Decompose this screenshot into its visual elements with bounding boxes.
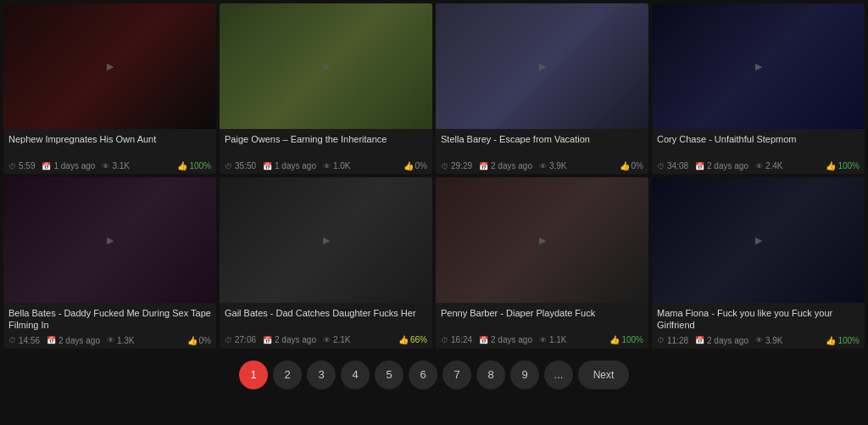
video-card[interactable]: ▶ Bella Bates - Daddy Fucked Me During S… [3,177,216,349]
video-card[interactable]: ▶ Mama Fiona - Fuck you like you Fuck yo… [652,177,865,349]
like-value: 0% [632,161,643,171]
calendar-icon: 📅 [479,162,488,171]
like-value: 100% [837,161,860,171]
video-views: 3.9K [549,161,567,171]
thumb-placeholder: ▶ [220,3,432,129]
page-btn-5[interactable]: 5 [375,361,403,389]
duration-item: ⏱ 34:08 [657,161,688,171]
card-meta: ⏱ 14:56 📅 2 days ago 👁 1.3K 👍 0% [8,336,211,345]
video-title: Penny Barber - Diaper Playdate Fuck [441,307,643,331]
video-views: 3.1K [112,161,130,171]
calendar-icon: 📅 [479,336,488,344]
date-item: 📅 1 days ago [42,161,95,171]
clock-icon: ⏱ [225,162,232,171]
card-meta: ⏱ 16:24 📅 2 days ago 👁 1.1K 👍 100% [441,335,643,344]
video-title: Gail Bates - Dad Catches Daughter Fucks … [225,307,427,331]
video-date: 2 days ago [491,161,532,171]
video-thumbnail: ▶ [3,3,216,129]
video-date: 1 days ago [53,161,95,171]
eye-icon: 👁 [102,162,109,171]
video-card[interactable]: ▶ Gail Bates - Dad Catches Daughter Fuck… [220,177,432,349]
like-value: 100% [837,336,860,345]
like-value: 0% [415,161,427,171]
clock-icon: ⏱ [8,336,16,344]
calendar-icon: 📅 [42,162,51,171]
calendar-icon: 📅 [695,336,704,344]
calendar-icon: 📅 [263,336,272,344]
video-grid: ▶ Nephew Impregnates His Own Aunt ⏱ 5:59… [0,0,868,352]
date-item: 📅 2 days ago [695,161,748,171]
card-meta: ⏱ 29:29 📅 2 days ago 👁 3.9K 👍 0% [441,161,643,171]
page-btn-...[interactable]: ... [544,361,573,389]
video-card[interactable]: ▶ Cory Chase - Unfaithful Stepmom ⏱ 34:0… [652,3,865,174]
thumb-placeholder: ▶ [3,3,216,129]
video-title: Stella Barey - Escape from Vacation [441,133,643,157]
views-item: 👁 2.1K [323,335,351,344]
card-info: Gail Bates - Dad Catches Daughter Fucks … [220,303,432,348]
video-title: Nephew Impregnates His Own Aunt [8,133,211,157]
like-percentage: 👍 100% [826,336,860,345]
thumbup-icon: 👍 [187,336,198,345]
views-item: 👁 1.3K [107,336,135,345]
thumbup-icon: 👍 [177,161,187,171]
video-card[interactable]: ▶ Stella Barey - Escape from Vacation ⏱ … [436,3,648,174]
date-item: 📅 2 days ago [695,336,748,345]
like-value: 100% [621,335,643,344]
like-value: 0% [199,336,211,345]
date-item: 📅 2 days ago [479,335,532,344]
page-btn-1[interactable]: 1 [239,361,268,389]
video-date: 1 days ago [275,161,316,171]
video-views: 2.4K [765,161,783,171]
video-thumbnail: ▶ [652,177,865,303]
card-info: Stella Barey - Escape from Vacation ⏱ 29… [436,129,648,174]
like-percentage: 👍 100% [609,335,643,344]
page-btn-2[interactable]: 2 [273,361,302,389]
eye-icon: 👁 [755,162,763,171]
video-card[interactable]: ▶ Paige Owens – Earning the Inheritance … [220,3,432,174]
video-date: 2 days ago [275,335,316,344]
meta-left: ⏱ 34:08 📅 2 days ago 👁 2.4K [657,161,783,171]
thumb-placeholder: ▶ [220,177,432,303]
video-title: Bella Bates - Daddy Fucked Me During Sex… [8,307,211,332]
meta-left: ⏱ 29:29 📅 2 days ago 👁 3.9K [441,161,567,171]
page-btn-4[interactable]: 4 [341,361,370,389]
card-meta: ⏱ 27:06 📅 2 days ago 👁 2.1K 👍 66% [225,335,427,344]
views-item: 👁 3.9K [755,336,783,345]
duration-item: ⏱ 5:59 [8,161,35,171]
video-views: 1.3K [117,336,135,345]
video-title: Cory Chase - Unfaithful Stepmom [657,133,860,157]
thumbup-icon: 👍 [620,161,630,171]
views-item: 👁 1.1K [539,335,567,344]
duration-item: ⏱ 14:56 [8,336,40,345]
card-meta: ⏱ 35:50 📅 1 days ago 👁 1.0K 👍 0% [225,161,427,171]
video-card[interactable]: ▶ Penny Barber - Diaper Playdate Fuck ⏱ … [436,177,648,349]
next-page-button[interactable]: Next [578,361,629,389]
thumbup-icon: 👍 [826,161,836,171]
calendar-icon: 📅 [695,162,704,171]
page-btn-6[interactable]: 6 [409,361,437,389]
video-duration: 11:28 [667,336,688,345]
video-date: 2 days ago [58,336,100,345]
video-views: 2.1K [333,335,351,344]
thumbup-icon: 👍 [609,335,620,344]
thumb-placeholder: ▶ [652,177,865,303]
meta-left: ⏱ 5:59 📅 1 days ago 👁 3.1K [8,161,130,171]
video-views: 3.9K [765,336,783,345]
card-info: Nephew Impregnates His Own Aunt ⏱ 5:59 📅… [3,129,216,174]
eye-icon: 👁 [539,336,547,344]
video-title: Paige Owens – Earning the Inheritance [225,133,427,157]
video-card[interactable]: ▶ Nephew Impregnates His Own Aunt ⏱ 5:59… [3,3,216,174]
clock-icon: ⏱ [8,162,16,171]
page-btn-7[interactable]: 7 [442,361,471,389]
page-btn-3[interactable]: 3 [307,361,336,389]
like-value: 100% [189,161,211,171]
views-item: 👁 2.4K [755,161,783,171]
meta-left: ⏱ 35:50 📅 1 days ago 👁 1.0K [225,161,351,171]
video-duration: 16:24 [451,335,472,344]
views-item: 👁 3.9K [539,161,567,171]
eye-icon: 👁 [323,336,331,344]
page-btn-9[interactable]: 9 [510,361,539,389]
like-percentage: 👍 100% [177,161,211,171]
page-btn-8[interactable]: 8 [476,361,505,389]
thumb-placeholder: ▶ [3,177,216,303]
